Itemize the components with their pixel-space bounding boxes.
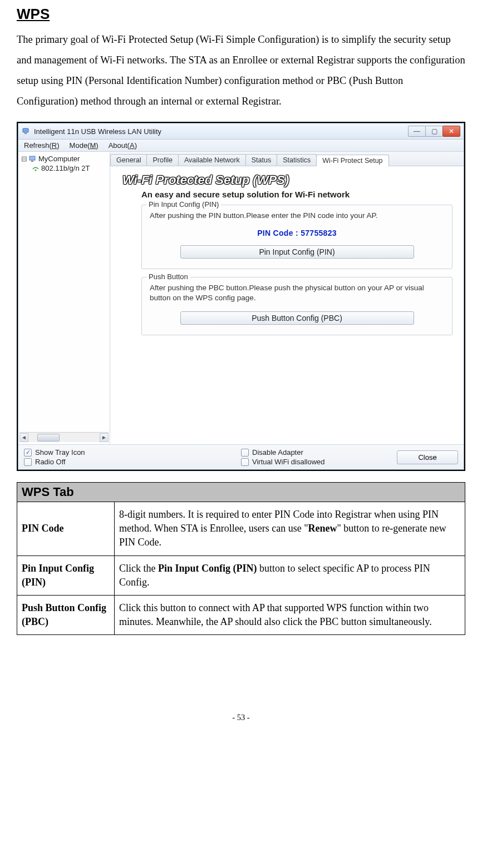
- menu-refresh[interactable]: Refresh(R): [24, 141, 60, 150]
- pbc-group: Push Button After pushing the PBC button…: [141, 277, 453, 335]
- computer-icon: [29, 155, 37, 163]
- pbc-instruction-text: After pushing the PBC button.Please push…: [150, 283, 444, 303]
- page-number: - 53 -: [17, 713, 465, 722]
- row-value: Click the Pin Input Config (PIN) button …: [115, 555, 465, 595]
- push-button-config-button[interactable]: Push Button Config (PBC): [180, 311, 414, 325]
- row-value: Click this button to connect with AP tha…: [115, 595, 465, 634]
- menu-mode[interactable]: Mode(M): [70, 141, 99, 150]
- show-tray-checkbox[interactable]: ✓ Show Tray Icon: [24, 448, 235, 457]
- checkbox-label: Show Tray Icon: [35, 448, 85, 457]
- app-window: Intelligent 11n USB Wireless LAN Utility…: [18, 123, 464, 470]
- page-heading: WPS: [17, 6, 465, 23]
- minimize-button[interactable]: —: [408, 126, 426, 137]
- tree-collapse-icon[interactable]: ⊟: [21, 155, 27, 163]
- tab-profile[interactable]: Profile: [146, 154, 178, 166]
- footer-bar: ✓ Show Tray Icon Disable Adapter Close R…: [18, 444, 464, 469]
- maximize-button[interactable]: ▢: [425, 126, 443, 137]
- checkbox-label: Disable Adapter: [252, 448, 303, 457]
- pin-code-display: PIN Code : 57755823: [150, 229, 444, 237]
- svg-rect-0: [23, 128, 28, 132]
- close-window-button[interactable]: ✕: [442, 126, 460, 137]
- sidebar-scrollbar[interactable]: ◄ ►: [19, 432, 109, 442]
- tab-general[interactable]: General: [110, 154, 147, 166]
- scroll-left-icon[interactable]: ◄: [19, 433, 28, 442]
- app-body: ⊟ MyComputer 802.11b/g/n 2T ◄: [18, 152, 464, 444]
- svg-rect-3: [31, 161, 33, 162]
- reference-table: WPS Tab PIN Code 8-digit numbers. It is …: [17, 482, 465, 635]
- pin-input-config-button[interactable]: Pin Input Config (PIN): [180, 245, 414, 259]
- scroll-thumb[interactable]: [37, 434, 60, 442]
- screenshot-container: Intelligent 11n USB Wireless LAN Utility…: [17, 122, 465, 471]
- checkbox-label: Radio Off: [35, 458, 66, 466]
- close-button[interactable]: Close: [397, 450, 458, 464]
- disable-adapter-checkbox[interactable]: Disable Adapter: [241, 448, 391, 457]
- row-label: Push Button Config (PBC): [17, 595, 115, 634]
- virtual-wifi-checkbox[interactable]: Virtual WiFi disallowed: [241, 458, 391, 466]
- checkbox-icon: [241, 449, 249, 457]
- tab-status[interactable]: Status: [245, 154, 277, 166]
- pin-group-legend: Pin Input Config (PIN): [146, 200, 221, 209]
- pin-group: Pin Input Config (PIN) After pushing the…: [141, 205, 453, 269]
- tree-node-computer[interactable]: ⊟ MyComputer: [19, 154, 109, 163]
- wps-heading: Wi-Fi Protected Setup (WPS): [122, 173, 455, 187]
- row-label: Pin Input Config (PIN): [17, 555, 115, 595]
- checkbox-icon: [24, 458, 32, 466]
- pin-instruction-text: After pushing the PIN button.Please ente…: [150, 211, 444, 221]
- adapter-icon: [32, 165, 40, 172]
- window-title: Intelligent 11n USB Wireless LAN Utility: [34, 127, 405, 136]
- main-panel: General Profile Available Network Status…: [110, 152, 464, 444]
- tab-content: Wi-Fi Protected Setup (WPS) An easy and …: [110, 166, 464, 444]
- app-icon: [22, 127, 31, 136]
- table-row: PIN Code 8-digit numbers. It is required…: [17, 502, 465, 556]
- scroll-right-icon[interactable]: ►: [100, 433, 109, 442]
- menu-about[interactable]: About(A): [109, 141, 137, 150]
- tab-strip: General Profile Available Network Status…: [110, 152, 464, 166]
- tab-available-network[interactable]: Available Network: [178, 154, 246, 166]
- row-label: PIN Code: [17, 502, 115, 556]
- tab-wifi-protect-setup[interactable]: Wi-Fi Protect Setup: [316, 155, 388, 166]
- wps-subheading: An easy and secure setup solution for Wi…: [141, 190, 455, 199]
- titlebar: Intelligent 11n USB Wireless LAN Utility…: [18, 123, 464, 140]
- pbc-group-legend: Push Button: [146, 272, 190, 281]
- menubar: Refresh(R) Mode(M) About(A): [18, 140, 464, 152]
- tree-view[interactable]: ⊟ MyComputer 802.11b/g/n 2T: [19, 154, 109, 432]
- svg-point-4: [35, 169, 37, 171]
- svg-rect-1: [24, 133, 27, 134]
- window-controls: — ▢ ✕: [409, 126, 460, 137]
- table-row: Push Button Config (PBC) Click this butt…: [17, 595, 465, 634]
- row-value: 8-digit numbers. It is required to enter…: [115, 502, 465, 556]
- tree-node-adapter[interactable]: 802.11b/g/n 2T: [19, 163, 109, 173]
- checkbox-icon: ✓: [24, 449, 32, 457]
- sidebar: ⊟ MyComputer 802.11b/g/n 2T ◄: [18, 152, 110, 444]
- tree-node-label: 802.11b/g/n 2T: [41, 164, 90, 172]
- svg-rect-2: [29, 156, 35, 160]
- table-row: Pin Input Config (PIN) Click the Pin Inp…: [17, 555, 465, 595]
- tree-node-label: MyComputer: [38, 155, 80, 163]
- checkbox-label: Virtual WiFi disallowed: [252, 458, 325, 466]
- tab-statistics[interactable]: Statistics: [277, 154, 317, 166]
- radio-off-checkbox[interactable]: Radio Off: [24, 458, 235, 466]
- table-header: WPS Tab: [17, 483, 465, 502]
- checkbox-icon: [241, 458, 249, 466]
- intro-paragraph: The primary goal of Wi-Fi Protected Setu…: [17, 29, 465, 112]
